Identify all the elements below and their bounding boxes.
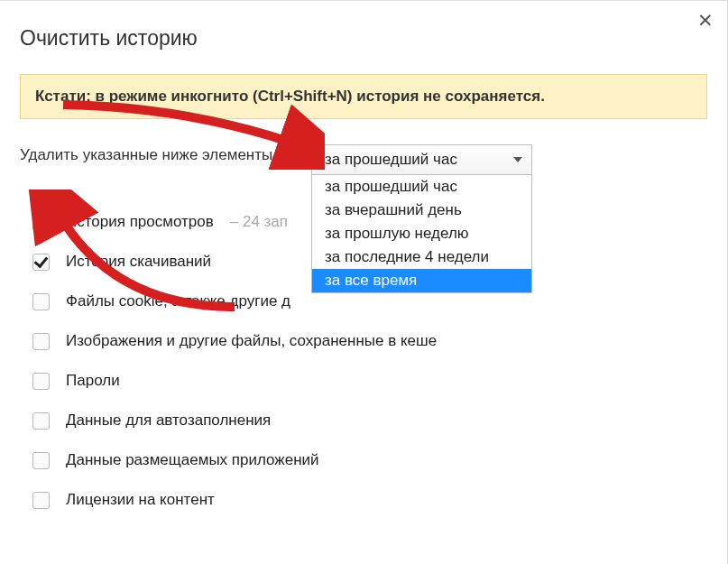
checkbox[interactable]	[32, 452, 50, 469]
checkbox-label: Изображения и другие файлы, сохраненные …	[66, 332, 437, 350]
checkbox[interactable]	[32, 373, 50, 390]
dialog-title: Очистить историю	[20, 26, 707, 51]
checkbox-row: Изображения и другие файлы, сохраненные …	[20, 332, 707, 350]
info-text: в режиме инкогнито (Ctrl+Shift+N) истори…	[96, 88, 545, 105]
time-range-dropdown[interactable]: за прошедший час за прошедший часза вчер…	[311, 144, 532, 293]
dropdown-selected-text: за прошедший час	[325, 151, 457, 168]
info-prefix: Кстати:	[35, 88, 96, 105]
incognito-info-banner: Кстати: в режиме инкогнито (Ctrl+Shift+N…	[20, 74, 707, 119]
close-button[interactable]: ✕	[697, 10, 714, 32]
checkbox-label: Файлы cookie, а также другие д	[66, 292, 290, 310]
checkbox-label: Лицензии на контент	[66, 491, 215, 509]
checkbox-label: Данные размещаемых приложений	[66, 451, 319, 469]
checkbox-row: Файлы cookie, а также другие д	[20, 292, 707, 310]
checkbox-label: Пароли	[66, 372, 120, 390]
checkbox-label: История скачиваний	[66, 253, 211, 271]
dropdown-option[interactable]: за прошедший час	[312, 175, 531, 199]
checkbox[interactable]	[32, 412, 50, 430]
dropdown-option[interactable]: за все время	[312, 269, 531, 292]
dropdown-list: за прошедший часза вчерашний деньза прош…	[311, 174, 532, 293]
checkbox[interactable]	[32, 333, 50, 350]
checkbox-row: Данные для автозаполнения	[20, 411, 707, 430]
checkbox[interactable]	[32, 293, 50, 310]
checkbox[interactable]	[32, 254, 50, 271]
checkbox-row: Лицензии на контент	[20, 491, 707, 509]
chevron-down-icon	[513, 157, 522, 162]
dropdown-option[interactable]: за последние 4 недели	[312, 245, 531, 269]
time-range-label: Удалить указанные ниже элементы	[20, 146, 272, 164]
dropdown-selected[interactable]: за прошедший час	[311, 144, 532, 175]
checkbox[interactable]	[32, 214, 50, 231]
checkbox[interactable]	[32, 492, 50, 509]
checkbox-row: Данные размещаемых приложений	[20, 451, 707, 469]
dropdown-option[interactable]: за вчерашний день	[312, 199, 531, 222]
checkbox-label: История просмотров	[66, 213, 214, 231]
checkbox-row: Пароли	[20, 372, 707, 390]
checkbox-label: Данные для автозаполнения	[66, 411, 271, 430]
dropdown-option[interactable]: за прошлую неделю	[312, 222, 531, 245]
checkbox-suffix: – 24 зап	[230, 213, 288, 231]
